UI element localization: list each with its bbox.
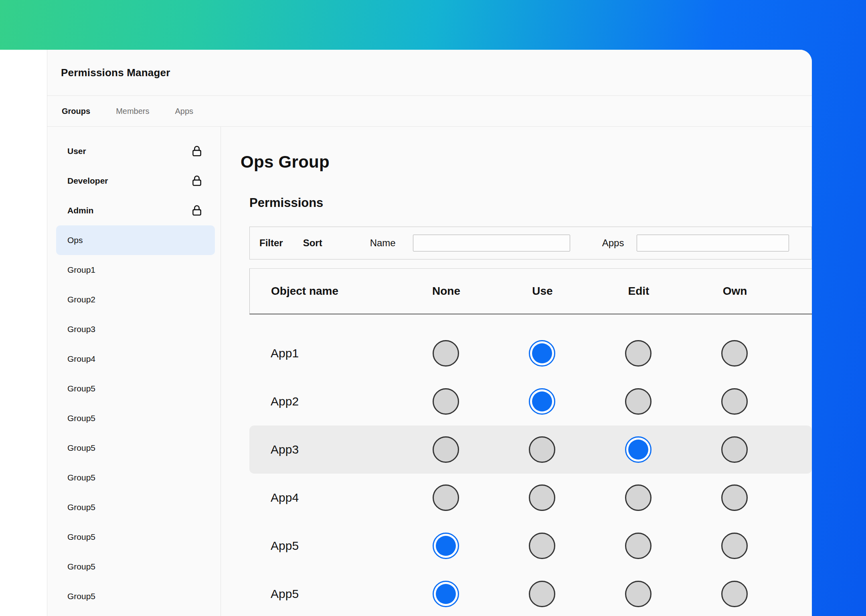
sidebar-item[interactable]: Group5 bbox=[56, 582, 215, 611]
none-cell bbox=[398, 436, 494, 463]
lock-icon bbox=[190, 174, 204, 188]
use-cell bbox=[494, 436, 590, 463]
table-row: App4 bbox=[249, 474, 812, 522]
tab[interactable]: Members bbox=[116, 107, 149, 116]
sidebar-item-label: Group5 bbox=[67, 503, 95, 512]
sidebar-item[interactable]: Group5 bbox=[56, 403, 215, 433]
sidebar-item[interactable]: Group5 bbox=[56, 433, 215, 463]
permission-radio-own[interactable] bbox=[721, 581, 748, 607]
sidebar-item-label: Group5 bbox=[67, 532, 95, 542]
window-body: User Developer bbox=[47, 127, 812, 616]
filter-button[interactable]: Filter bbox=[259, 237, 283, 249]
page-background: Permissions Manager GroupsMembersApps Us… bbox=[0, 0, 866, 616]
permission-radio-edit[interactable] bbox=[625, 436, 652, 463]
permission-radio-edit[interactable] bbox=[625, 388, 652, 415]
table-row: App2 bbox=[249, 377, 812, 426]
app-name: App4 bbox=[249, 491, 398, 505]
sidebar-item[interactable]: Group4 bbox=[56, 344, 215, 374]
groups-sidebar: User Developer bbox=[47, 127, 221, 616]
permission-radio-none[interactable] bbox=[433, 484, 459, 511]
sidebar-item-label: Group2 bbox=[67, 295, 95, 304]
table-header-row: Object name None Use Edit Own bbox=[249, 268, 812, 314]
app-title: Permissions Manager bbox=[61, 67, 170, 79]
apps-filter-input[interactable] bbox=[637, 235, 789, 251]
sidebar-item[interactable]: Group3 bbox=[56, 314, 215, 344]
apps-filter-label: Apps bbox=[602, 237, 624, 249]
sidebar-item[interactable]: Group5 bbox=[56, 374, 215, 403]
permission-radio-none[interactable] bbox=[433, 340, 459, 367]
sidebar-item-label: Group5 bbox=[67, 473, 95, 482]
sidebar-item[interactable]: Group5 bbox=[56, 522, 215, 552]
app-name: App3 bbox=[249, 443, 398, 456]
permission-radio-own[interactable] bbox=[721, 533, 748, 559]
none-cell bbox=[398, 388, 494, 415]
sidebar-item[interactable]: Ops bbox=[56, 225, 215, 255]
table-row: App3 bbox=[249, 426, 812, 474]
permission-radio-use[interactable] bbox=[529, 340, 555, 367]
sidebar-item-label: Group5 bbox=[67, 413, 95, 423]
permission-radio-edit[interactable] bbox=[625, 340, 652, 367]
sidebar-item-label: Admin bbox=[67, 206, 93, 215]
sidebar-item[interactable]: Group1 bbox=[56, 255, 215, 285]
column-header-use: Use bbox=[494, 285, 591, 298]
edit-cell bbox=[590, 533, 686, 559]
sidebar-item-label: Group5 bbox=[67, 443, 95, 453]
own-cell bbox=[686, 436, 783, 463]
column-header-own: Own bbox=[687, 285, 783, 298]
use-cell bbox=[494, 340, 590, 367]
permission-radio-none[interactable] bbox=[433, 388, 459, 415]
sidebar-item[interactable]: Admin bbox=[56, 196, 215, 225]
sidebar-item-label: Group3 bbox=[67, 324, 95, 334]
table-row: App5 bbox=[249, 522, 812, 570]
permission-radio-use[interactable] bbox=[529, 581, 555, 607]
permission-radio-own[interactable] bbox=[721, 388, 748, 415]
permission-radio-own[interactable] bbox=[721, 340, 748, 367]
own-cell bbox=[686, 533, 783, 559]
permission-radio-none[interactable] bbox=[433, 581, 459, 607]
sidebar-item-label: Group5 bbox=[67, 562, 95, 571]
tab[interactable]: Apps bbox=[175, 107, 193, 116]
permission-radio-none[interactable] bbox=[433, 533, 459, 559]
permission-radio-edit[interactable] bbox=[625, 484, 652, 511]
edit-cell bbox=[590, 581, 686, 607]
use-cell bbox=[494, 484, 590, 511]
sidebar-item[interactable]: Group5 bbox=[56, 492, 215, 522]
permission-radio-own[interactable] bbox=[721, 484, 748, 511]
edit-cell bbox=[590, 340, 686, 367]
filter-bar: Filter Sort Name Apps bbox=[249, 227, 812, 259]
sidebar-item[interactable]: Group5 bbox=[56, 463, 215, 492]
column-header-edit: Edit bbox=[591, 285, 687, 298]
sidebar-item-label: Developer bbox=[67, 176, 108, 186]
table-row: App5 bbox=[249, 570, 812, 616]
permission-radio-use[interactable] bbox=[529, 436, 555, 463]
name-filter-label: Name bbox=[370, 237, 396, 249]
sidebar-item-label: Group5 bbox=[67, 592, 95, 601]
sidebar-item-label: Group4 bbox=[67, 354, 95, 364]
sidebar-item[interactable]: User bbox=[56, 136, 215, 166]
permission-radio-edit[interactable] bbox=[625, 581, 652, 607]
tab[interactable]: Groups bbox=[62, 107, 90, 116]
none-cell bbox=[398, 484, 494, 511]
sidebar-item[interactable]: Developer bbox=[56, 166, 215, 196]
sidebar-item-label: User bbox=[67, 146, 86, 156]
none-cell bbox=[398, 581, 494, 607]
column-header-none: None bbox=[398, 285, 494, 298]
permission-radio-use[interactable] bbox=[529, 388, 555, 415]
permissions-section-title: Permissions bbox=[249, 196, 323, 210]
permissions-manager-window: Permissions Manager GroupsMembersApps Us… bbox=[47, 50, 812, 616]
sidebar-item[interactable]: Group5 bbox=[56, 552, 215, 582]
permission-radio-edit[interactable] bbox=[625, 533, 652, 559]
name-filter-input[interactable] bbox=[413, 235, 570, 251]
sidebar-item[interactable]: Group2 bbox=[56, 285, 215, 314]
permission-radio-own[interactable] bbox=[721, 436, 748, 463]
own-cell bbox=[686, 388, 783, 415]
permission-radio-none[interactable] bbox=[433, 436, 459, 463]
own-cell bbox=[686, 581, 783, 607]
app-name: App5 bbox=[249, 587, 398, 601]
edit-cell bbox=[590, 484, 686, 511]
sidebar-item-label: Ops bbox=[67, 235, 83, 245]
permission-radio-use[interactable] bbox=[529, 533, 555, 559]
sort-button[interactable]: Sort bbox=[303, 237, 322, 249]
use-cell bbox=[494, 388, 590, 415]
permission-radio-use[interactable] bbox=[529, 484, 555, 511]
